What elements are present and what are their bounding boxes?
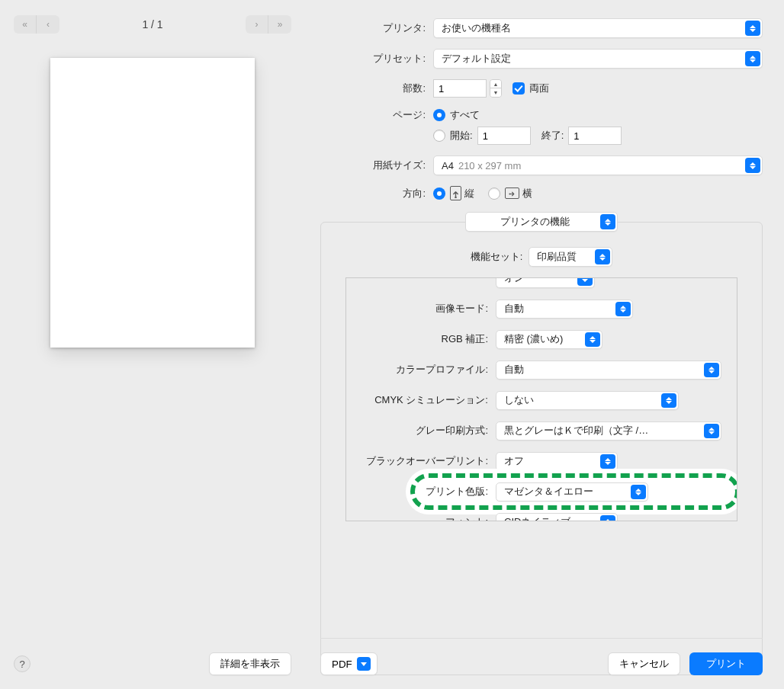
svg-point-0 bbox=[455, 196, 457, 197]
feature-list-inner: オン 画像モード: 自動 RGB 補正: bbox=[346, 277, 737, 521]
printer-select[interactable]: お使いの機種名 bbox=[433, 18, 763, 38]
stepper-up-icon: ▲ bbox=[490, 80, 501, 88]
feature-row-rgb: RGB 補正: 精密 (濃いめ) bbox=[346, 324, 737, 354]
select-arrow-icon bbox=[745, 21, 760, 36]
select-arrow-icon bbox=[577, 277, 593, 286]
page-indicator: 1 / 1 bbox=[59, 18, 246, 30]
print-button[interactable]: プリント bbox=[689, 652, 763, 675]
printer-row: プリンタ: お使いの機種名 bbox=[320, 18, 763, 38]
pages-all-radio[interactable] bbox=[433, 109, 445, 121]
next-page-button[interactable]: › bbox=[246, 15, 268, 34]
last-page-button[interactable]: » bbox=[268, 15, 291, 34]
preset-row: プリセット: デフォルト設定 bbox=[320, 49, 763, 69]
pages-all-label: すべて bbox=[450, 108, 480, 122]
cancel-button[interactable]: キャンセル bbox=[608, 652, 680, 675]
bottom-bar: PDF キャンセル プリント bbox=[320, 638, 763, 675]
copies-label: 部数: bbox=[320, 82, 433, 95]
paper-select[interactable]: A4 210 x 297 mm bbox=[433, 155, 763, 175]
select-arrow-icon bbox=[745, 158, 760, 173]
first-page-button[interactable]: « bbox=[14, 15, 37, 34]
pages-to-input[interactable] bbox=[568, 127, 622, 145]
feature-row-image-mode: 画像モード: 自動 bbox=[346, 293, 737, 324]
pages-row-range: 開始: 終了: bbox=[320, 127, 763, 145]
chevron-down-icon bbox=[357, 657, 371, 671]
feature-set-label: 機能セット: bbox=[471, 250, 523, 264]
landscape-icon bbox=[505, 187, 519, 199]
font-select[interactable]: CIDネイティブ bbox=[496, 513, 618, 522]
gray-label: グレー印刷方式: bbox=[346, 424, 496, 437]
select-arrow-icon bbox=[600, 515, 615, 522]
select-arrow-icon bbox=[595, 249, 610, 264]
printer-features-box: プリンタの機能 機能セット: 印刷品質 bbox=[320, 222, 763, 675]
features-tab-select[interactable]: プリンタの機能 bbox=[465, 212, 618, 232]
feature-list-box[interactable]: オン 画像モード: 自動 RGB 補正: bbox=[345, 277, 737, 521]
feature-clipped-select[interactable]: オン bbox=[496, 277, 595, 288]
select-arrow-icon bbox=[631, 485, 646, 499]
portrait-icon bbox=[450, 186, 461, 200]
pages-range-radio[interactable] bbox=[433, 130, 445, 142]
nav-first-prev-group: « ‹ bbox=[14, 15, 59, 34]
rgb-select[interactable]: 精密 (濃いめ) bbox=[496, 330, 602, 349]
feature-row-gray: グレー印刷方式: 黒とグレーはＫで印刷（文字 /… bbox=[346, 415, 737, 446]
select-arrow-icon bbox=[661, 393, 676, 408]
preset-value: デフォルト設定 bbox=[442, 52, 511, 66]
preview-nav: « ‹ 1 / 1 › » bbox=[14, 15, 291, 34]
rgb-label: RGB 補正: bbox=[346, 332, 496, 346]
copies-stepper[interactable]: ▲ ▼ bbox=[490, 79, 502, 98]
preview-area bbox=[14, 52, 291, 645]
pages-label: ページ: bbox=[320, 108, 433, 122]
preset-select[interactable]: デフォルト設定 bbox=[433, 49, 763, 69]
select-arrow-icon bbox=[615, 302, 631, 316]
paper-value: A4 bbox=[442, 160, 454, 171]
help-button[interactable]: ? bbox=[14, 655, 31, 672]
select-arrow-icon bbox=[600, 454, 615, 469]
copies-input[interactable] bbox=[433, 79, 487, 98]
feature-row-profile: カラープロファイル: 自動 bbox=[346, 354, 737, 385]
features-content: 機能セット: 印刷品質 オン bbox=[321, 247, 762, 521]
portrait-radio[interactable] bbox=[433, 187, 445, 200]
print-color-select[interactable]: マゼンタ＆イエロー bbox=[496, 482, 648, 502]
left-bottom-bar: ? 詳細を非表示 bbox=[14, 645, 291, 675]
prev-page-button[interactable]: ‹ bbox=[37, 15, 59, 34]
print-dialog: « ‹ 1 / 1 › » ? 詳細を非表示 プリンタ: お使いの機種名 bbox=[0, 0, 784, 689]
select-arrow-icon bbox=[704, 363, 719, 377]
black-overprint-select[interactable]: オフ bbox=[496, 452, 618, 471]
feature-set-row: 機能セット: 印刷品質 bbox=[471, 247, 613, 267]
pages-from-input[interactable] bbox=[477, 127, 531, 145]
select-arrow-icon bbox=[585, 332, 600, 347]
svg-point-1 bbox=[509, 193, 510, 194]
select-arrow-icon bbox=[704, 424, 719, 438]
portrait-label: 縦 bbox=[464, 187, 474, 200]
pdf-button[interactable]: PDF bbox=[320, 652, 378, 675]
settings-panel: プリンタ: お使いの機種名 プリセット: デフォルト設定 部数: ▲ ▼ 両面 bbox=[305, 0, 784, 689]
profile-select[interactable]: 自動 bbox=[496, 361, 721, 380]
landscape-radio[interactable] bbox=[488, 187, 500, 200]
hide-details-button[interactable]: 詳細を非表示 bbox=[209, 652, 291, 675]
gray-select[interactable]: 黒とグレーはＫで印刷（文字 /… bbox=[496, 421, 721, 441]
feature-row-cmyk: CMYK シミュレーション: しない bbox=[346, 385, 737, 415]
duplex-label: 両面 bbox=[529, 82, 549, 95]
print-color-label: プリント色版: bbox=[346, 485, 496, 498]
preview-panel: « ‹ 1 / 1 › » ? 詳細を非表示 bbox=[0, 0, 305, 689]
copies-row: 部数: ▲ ▼ 両面 bbox=[320, 79, 763, 98]
printer-label: プリンタ: bbox=[320, 21, 433, 35]
orientation-label: 方向: bbox=[320, 187, 433, 200]
printer-value: お使いの機種名 bbox=[442, 21, 511, 35]
features-tab-label: プリンタの機能 bbox=[500, 215, 570, 229]
black-overprint-label: ブラックオーバープリント: bbox=[346, 454, 496, 468]
landscape-label: 横 bbox=[522, 187, 532, 200]
image-mode-label: 画像モード: bbox=[346, 302, 496, 316]
duplex-checkbox[interactable] bbox=[512, 82, 525, 95]
image-mode-select[interactable]: 自動 bbox=[496, 300, 633, 319]
select-arrow-icon bbox=[745, 51, 760, 66]
paper-row: 用紙サイズ: A4 210 x 297 mm bbox=[320, 155, 763, 175]
feature-set-select[interactable]: 印刷品質 bbox=[529, 247, 612, 267]
feature-row-clipped: オン bbox=[346, 277, 737, 293]
cmyk-select[interactable]: しない bbox=[496, 391, 679, 410]
pages-row-all: ページ: すべて bbox=[320, 108, 763, 122]
orientation-row: 方向: 縦 横 bbox=[320, 186, 763, 200]
profile-label: カラープロファイル: bbox=[346, 363, 496, 377]
select-arrow-icon bbox=[600, 214, 615, 229]
feature-row-print-color: プリント色版: マゼンタ＆イエロー bbox=[346, 476, 737, 507]
font-label: フォント: bbox=[346, 515, 496, 521]
